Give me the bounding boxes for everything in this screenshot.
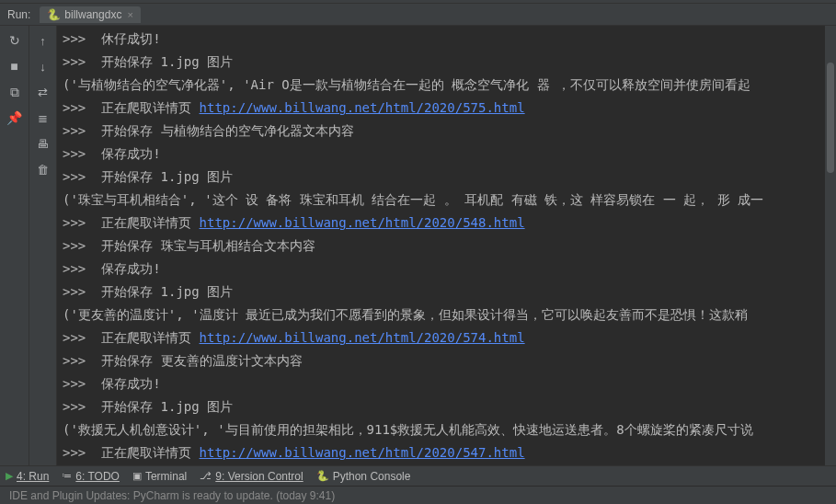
- layout-button[interactable]: ⧉: [6, 83, 24, 101]
- toolwin-terminal[interactable]: ▣ Terminal: [132, 470, 187, 483]
- console-line: >>> 开始保存 更友善的温度计文本内容: [63, 349, 819, 372]
- vertical-scrollbar[interactable]: [825, 26, 836, 465]
- console-line: ('珠宝与耳机相结合', '这个 设 备将 珠宝和耳机 结合在一起 。 耳机配 …: [63, 189, 819, 212]
- console-line: >>> 开始保存 1.jpg 图片: [63, 166, 819, 189]
- todo-icon: ≔: [62, 470, 72, 482]
- python-icon: 🐍: [47, 8, 61, 21]
- python-console-icon: 🐍: [316, 470, 329, 482]
- toolwin-vcs[interactable]: ⎇ 9: Version Control: [200, 470, 303, 483]
- scroll-to-end-button[interactable]: ≣: [34, 109, 52, 127]
- run-secondary-toolbar: ↑ ↓ ⇄ ≣ 🖶 🗑: [29, 26, 57, 465]
- console-link[interactable]: http://www.billwang.net/html/2020/548.ht…: [200, 215, 525, 230]
- console-line: >>> 正在爬取详情页 http://www.billwang.net/html…: [63, 212, 819, 235]
- console-line: >>> 保存成功!: [63, 143, 819, 166]
- console-line: >>> 开始保存 与植物结合的空气净化器文本内容: [63, 120, 819, 143]
- console-line: >>> 开始保存 1.jpg 图片: [63, 395, 819, 418]
- toolwin-terminal-label: Terminal: [145, 470, 187, 483]
- soft-wrap-button[interactable]: ⇄: [34, 83, 52, 101]
- console-link[interactable]: http://www.billwang.net/html/2020/575.ht…: [200, 100, 525, 115]
- vcs-icon: ⎇: [200, 470, 212, 482]
- tool-window-bar: ▶ 4: Run ≔ 6: TODO ▣ Terminal ⎇ 9: Versi…: [0, 465, 836, 486]
- toolwin-todo-label: 6: TODO: [75, 470, 120, 483]
- console-line: >>> 保存成功!: [63, 372, 819, 395]
- console-link[interactable]: http://www.billwang.net/html/2020/574.ht…: [200, 330, 525, 345]
- status-message: IDE and Plugin Updates: PyCharm is ready…: [9, 489, 335, 502]
- status-bar: IDE and Plugin Updates: PyCharm is ready…: [0, 486, 836, 504]
- up-button[interactable]: ↑: [34, 31, 52, 50]
- console-link[interactable]: http://www.billwang.net/html/2020/547.ht…: [200, 445, 525, 460]
- run-tab[interactable]: 🐍 billwangdxc ×: [40, 6, 140, 23]
- close-icon[interactable]: ×: [127, 9, 132, 20]
- console-line: >>> 保存成功!: [63, 258, 819, 281]
- clear-all-button[interactable]: 🗑: [34, 160, 52, 178]
- run-icon: ▶: [6, 470, 13, 482]
- console-line: ('救援无人机创意设计', '与目前使用的担架相比，911$救援无人机能高效、快…: [63, 418, 819, 441]
- console-line: >>> 正在爬取详情页 http://www.billwang.net/html…: [63, 441, 819, 464]
- rerun-button[interactable]: ↻: [6, 31, 24, 50]
- console-line: >>> 正在爬取详情页 http://www.billwang.net/html…: [63, 326, 819, 349]
- console-line: >>> 开始保存 1.jpg 图片: [63, 51, 819, 74]
- run-tab-name: billwangdxc: [64, 8, 121, 21]
- console-line: ('与植物结合的空气净化器', 'Air O是一款与植物结合在一起的 概念空气净…: [63, 74, 819, 97]
- run-tool-header: Run: 🐍 billwangdxc ×: [0, 4, 836, 26]
- console-line: >>> 正在爬取详情页 http://www.billwang.net/html…: [63, 97, 819, 120]
- console-line: >>> 休仔成切!: [63, 28, 819, 51]
- run-label: Run:: [7, 8, 30, 21]
- toolwin-python-console[interactable]: 🐍 Python Console: [316, 470, 411, 483]
- console-line: >>> 开始保存 珠宝与耳机相结合文本内容: [63, 235, 819, 258]
- console-output[interactable]: >>> 休仔成切!>>> 开始保存 1.jpg 图片('与植物结合的空气净化器'…: [57, 26, 825, 465]
- console-line: >>> 开始保存 1.jpg 图片: [63, 281, 819, 304]
- down-button[interactable]: ↓: [34, 57, 52, 75]
- print-button[interactable]: 🖶: [34, 134, 52, 153]
- run-main-area: ↻ ■ ⧉ 📌 ↑ ↓ ⇄ ≣ 🖶 🗑 >>> 休仔成切!>>> 开始保存 1.…: [0, 26, 836, 465]
- console-line: ('更友善的温度计', '温度计 最近已成为我们不愿看到的景象，但如果设计得当，…: [63, 304, 819, 326]
- toolwin-run[interactable]: ▶ 4: Run: [6, 470, 49, 483]
- toolwin-todo[interactable]: ≔ 6: TODO: [62, 470, 120, 483]
- scroll-thumb[interactable]: [827, 63, 834, 173]
- terminal-icon: ▣: [132, 470, 142, 482]
- toolwin-python-console-label: Python Console: [333, 470, 411, 483]
- stop-button[interactable]: ■: [6, 57, 24, 75]
- run-left-toolbar: ↻ ■ ⧉ 📌: [0, 26, 29, 465]
- toolwin-vcs-label: 9: Version Control: [215, 470, 303, 483]
- toolwin-run-label: 4: Run: [17, 470, 49, 483]
- pin-button[interactable]: 📌: [6, 109, 24, 127]
